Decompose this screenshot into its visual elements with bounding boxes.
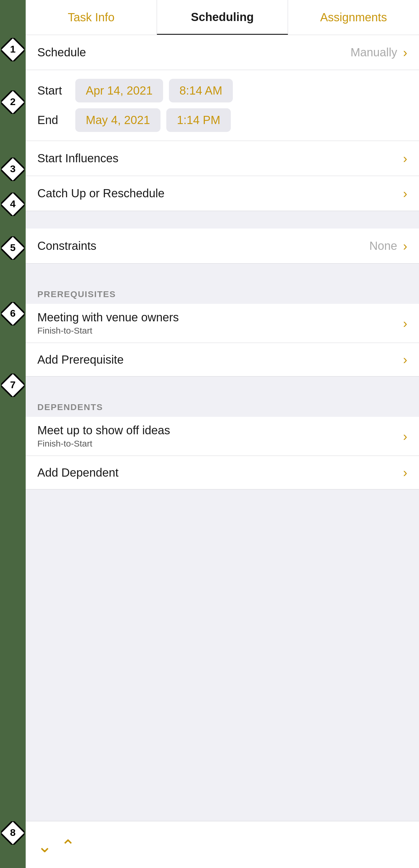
end-date-pill[interactable]: May 4, 2021	[75, 108, 160, 132]
section-divider-1	[26, 211, 419, 228]
tab-bar: Task Info Scheduling Assignments	[26, 0, 419, 35]
prerequisites-header-text: PREREQUISITES	[37, 289, 116, 299]
prerequisite-item-1-title: Meeting with venue owners	[37, 311, 403, 324]
end-row: End May 4, 2021 1:14 PM	[37, 108, 407, 132]
tab-task-info[interactable]: Task Info	[26, 0, 157, 35]
add-dependent-label: Add Dependent	[37, 466, 403, 479]
start-influences-label: Start Influences	[37, 152, 403, 165]
badge-3: 3	[1, 158, 25, 181]
start-label: Start	[37, 84, 75, 97]
schedule-row[interactable]: Schedule Manually ›	[26, 35, 419, 70]
sidebar: 1 2 3 4 5 6	[0, 0, 26, 868]
constraints-label: Constraints	[37, 239, 369, 252]
tab-task-info-label: Task Info	[68, 11, 115, 24]
svg-text:8: 8	[10, 827, 16, 838]
tab-assignments-label: Assignments	[320, 11, 387, 24]
prerequisite-item-1[interactable]: Meeting with venue owners Finish-to-Star…	[26, 304, 419, 343]
main-content: Task Info Scheduling Assignments Schedul…	[26, 0, 419, 868]
arrow-down-button[interactable]: ⌄	[37, 836, 52, 856]
add-dependent-row[interactable]: Add Dependent ›	[26, 456, 419, 490]
section-divider-2	[26, 264, 419, 281]
section-divider-3	[26, 376, 419, 394]
svg-text:4: 4	[10, 198, 16, 209]
start-row: Start Apr 14, 2021 8:14 AM	[37, 79, 407, 102]
constraints-row[interactable]: Constraints None ›	[26, 228, 419, 264]
svg-text:6: 6	[10, 308, 16, 319]
start-time-pill[interactable]: 8:14 AM	[169, 79, 233, 102]
catch-up-label: Catch Up or Reschedule	[37, 187, 403, 200]
badge-5: 5	[1, 237, 25, 260]
tab-scheduling[interactable]: Scheduling	[157, 0, 288, 35]
badge-1: 1	[1, 38, 25, 61]
prerequisite-item-1-subtitle: Finish-to-Start	[37, 326, 403, 336]
add-prerequisite-label: Add Prerequisite	[37, 353, 403, 366]
badge-6: 6	[1, 302, 25, 326]
arrow-up-button[interactable]: ⌃	[61, 836, 75, 856]
schedule-label: Schedule	[37, 46, 350, 59]
start-influences-row[interactable]: Start Influences ›	[26, 141, 419, 176]
datetime-block: Start Apr 14, 2021 8:14 AM End May 4, 20…	[26, 70, 419, 141]
bottom-bar: ⌄ ⌃	[26, 821, 419, 868]
prerequisites-header: PREREQUISITES	[26, 281, 419, 304]
dependent-item-1-chevron-icon: ›	[403, 429, 407, 444]
dependent-item-1-title: Meet up to show off ideas	[37, 424, 403, 437]
dependents-header-text: DEPENDENTS	[37, 402, 103, 412]
badge-4: 4	[1, 193, 25, 216]
schedule-value: Manually	[350, 46, 397, 59]
content-spacer	[26, 490, 419, 821]
dependent-item-1-subtitle: Finish-to-Start	[37, 439, 403, 448]
constraints-chevron-icon: ›	[403, 239, 407, 253]
start-influences-chevron-icon: ›	[403, 151, 407, 166]
tab-assignments[interactable]: Assignments	[288, 0, 419, 35]
svg-text:7: 7	[10, 379, 16, 390]
svg-text:3: 3	[10, 163, 16, 174]
catch-up-chevron-icon: ›	[403, 186, 407, 201]
prerequisite-item-1-chevron-icon: ›	[403, 316, 407, 331]
svg-text:5: 5	[10, 242, 16, 253]
svg-text:1: 1	[10, 43, 16, 55]
prerequisite-item-1-content: Meeting with venue owners Finish-to-Star…	[37, 311, 403, 336]
start-date-pill[interactable]: Apr 14, 2021	[75, 79, 163, 102]
badge-2: 2	[1, 91, 25, 114]
navigation-arrows: ⌄ ⌃	[37, 836, 75, 856]
badge-7: 7	[1, 374, 25, 397]
add-prerequisite-row[interactable]: Add Prerequisite ›	[26, 343, 419, 376]
end-label: End	[37, 114, 75, 127]
svg-text:2: 2	[10, 96, 16, 107]
add-dependent-chevron-icon: ›	[403, 465, 407, 480]
schedule-chevron-icon: ›	[403, 45, 407, 60]
dependents-header: DEPENDENTS	[26, 394, 419, 417]
end-time-pill[interactable]: 1:14 PM	[166, 108, 231, 132]
dependent-item-1[interactable]: Meet up to show off ideas Finish-to-Star…	[26, 417, 419, 456]
add-prerequisite-chevron-icon: ›	[403, 352, 407, 367]
badge-8: 8	[1, 821, 25, 845]
tab-scheduling-label: Scheduling	[191, 10, 254, 24]
catch-up-row[interactable]: Catch Up or Reschedule ›	[26, 176, 419, 211]
dependent-item-1-content: Meet up to show off ideas Finish-to-Star…	[37, 424, 403, 448]
constraints-value: None	[369, 239, 397, 252]
